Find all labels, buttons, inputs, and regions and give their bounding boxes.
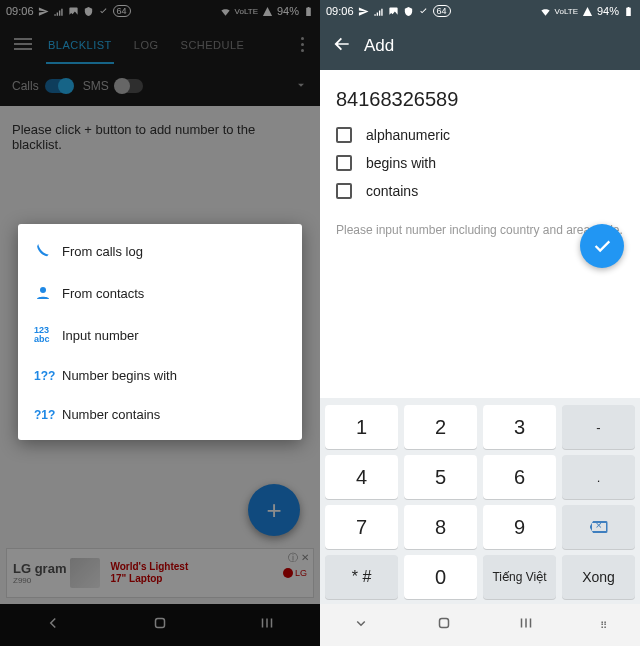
- checkbox-begins-with[interactable]: begins with: [336, 149, 624, 177]
- confirm-fab[interactable]: [580, 224, 624, 268]
- key-1[interactable]: 1: [325, 405, 398, 449]
- checkbox-contains[interactable]: contains: [336, 177, 624, 205]
- app-bar: Add: [320, 22, 640, 70]
- wifi-icon: [540, 6, 551, 17]
- checkbox-alphanumeric[interactable]: alphanumeric: [336, 121, 624, 149]
- nav-hide-keyboard[interactable]: [352, 614, 370, 636]
- check-icon: [418, 6, 429, 17]
- key-7[interactable]: 7: [325, 505, 398, 549]
- person-icon: [34, 284, 62, 302]
- key-9[interactable]: 9: [483, 505, 556, 549]
- svg-point-1: [40, 287, 46, 293]
- menu-label: Number contains: [62, 407, 160, 422]
- key-2[interactable]: 2: [404, 405, 477, 449]
- key-symbols[interactable]: * #: [325, 555, 398, 599]
- nav-recent[interactable]: [517, 614, 535, 636]
- send-icon: [358, 6, 369, 17]
- key-6[interactable]: 6: [483, 455, 556, 499]
- checkbox-icon: [336, 127, 352, 143]
- checkbox-label: contains: [366, 183, 418, 199]
- key-done[interactable]: Xong: [562, 555, 635, 599]
- menu-input-number[interactable]: 123 abc Input number: [18, 314, 302, 356]
- key-dot[interactable]: .: [562, 455, 635, 499]
- speed-badge: 64: [433, 5, 451, 17]
- menu-from-calls-log[interactable]: From calls log: [18, 230, 302, 272]
- add-menu: From calls log From contacts 123 abc Inp…: [18, 224, 302, 440]
- back-button[interactable]: [328, 34, 364, 59]
- key-4[interactable]: 4: [325, 455, 398, 499]
- battery-pct: 94%: [597, 5, 619, 17]
- menu-from-contacts[interactable]: From contacts: [18, 272, 302, 314]
- key-language[interactable]: Tiếng Việt: [483, 555, 556, 599]
- checkbox-label: begins with: [366, 155, 436, 171]
- menu-label: Input number: [62, 328, 139, 343]
- status-bar: 09:06 64 VoLTE 94%: [320, 0, 640, 22]
- shield-icon: [403, 6, 414, 17]
- contains-icon: ?1?: [34, 408, 62, 422]
- image-icon: [388, 6, 399, 17]
- menu-label: Number begins with: [62, 368, 177, 383]
- menu-begins-with[interactable]: 1?? Number begins with: [18, 356, 302, 395]
- svg-rect-2: [439, 619, 448, 628]
- number-field[interactable]: 84168326589: [320, 70, 640, 117]
- key-5[interactable]: 5: [404, 455, 477, 499]
- signal-icon: [373, 6, 384, 17]
- volte-label: VoLTE: [555, 7, 578, 16]
- nav-bar: ⠿: [320, 604, 640, 646]
- cell-icon: [582, 6, 593, 17]
- nav-home[interactable]: [435, 614, 453, 636]
- backspace-icon: [590, 521, 608, 533]
- checkbox-icon: [336, 155, 352, 171]
- menu-contains[interactable]: ?1? Number contains: [18, 395, 302, 434]
- key-3[interactable]: 3: [483, 405, 556, 449]
- begins-icon: 1??: [34, 369, 62, 383]
- checkbox-icon: [336, 183, 352, 199]
- phone-icon: [34, 242, 62, 260]
- key-backspace[interactable]: [562, 505, 635, 549]
- screen-title: Add: [364, 36, 394, 56]
- numeric-keyboard: 1 2 3 - 4 5 6 . 7 8 9 * # 0 Tiếng Việt: [320, 398, 640, 604]
- nav-keyboard-icon[interactable]: ⠿: [600, 620, 608, 631]
- battery-icon: [623, 6, 634, 17]
- key-dash[interactable]: -: [562, 405, 635, 449]
- menu-label: From contacts: [62, 286, 144, 301]
- input-icon: 123 abc: [34, 326, 62, 344]
- key-8[interactable]: 8: [404, 505, 477, 549]
- status-time: 09:06: [326, 5, 354, 17]
- key-0[interactable]: 0: [404, 555, 477, 599]
- checkbox-label: alphanumeric: [366, 127, 450, 143]
- menu-label: From calls log: [62, 244, 143, 259]
